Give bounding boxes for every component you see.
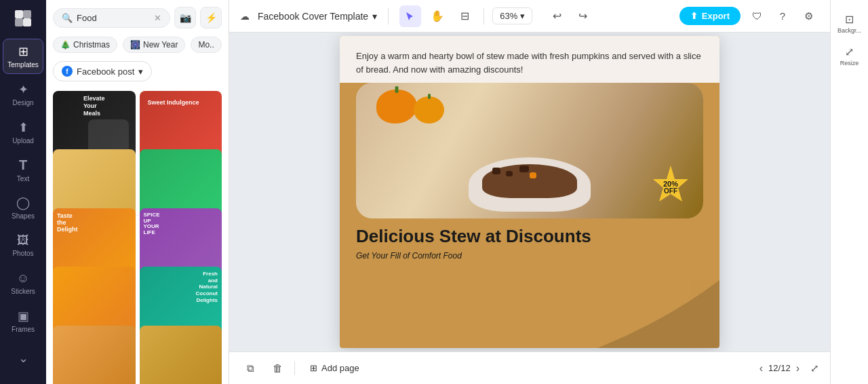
app-logo[interactable] xyxy=(12,8,34,28)
panel-tags: 🎄 Christmas 🎆 New Year Mo.. xyxy=(46,33,229,57)
photos-icon: 🖼 xyxy=(17,233,29,248)
svg-rect-1 xyxy=(23,10,31,18)
sidebar-item-templates[interactable]: ⊞ Templates xyxy=(3,39,43,74)
background-icon: ⊡ xyxy=(845,13,854,26)
main-area: ☁ Facebook Cover Template ▾ ✋ ⊟ 63% ▾ ↩ … xyxy=(229,0,830,384)
page-nav: ‹ 12/12 › ⤢ xyxy=(760,362,819,375)
facebook-icon: f xyxy=(62,66,73,77)
bottombar: ⧉ 🗑 ⊞ Add page ‹ 12/12 › ⤢ xyxy=(229,351,830,384)
next-page-btn[interactable]: › xyxy=(796,362,800,375)
frames-icon: ▣ xyxy=(18,309,29,324)
canvas-area: Enjoy a warm and hearty bowl of stew mad… xyxy=(229,33,830,351)
shapes-icon: ◯ xyxy=(16,195,30,210)
shield-btn[interactable]: 🛡 xyxy=(746,5,768,27)
templates-panel: 🔍 ✕ 📷 ⚡ 🎄 Christmas 🎆 New Year Mo.. f Fa… xyxy=(46,0,229,384)
topbar-divider xyxy=(388,8,389,24)
tag-christmas[interactable]: 🎄 Christmas xyxy=(53,37,117,53)
search-clear-icon[interactable]: ✕ xyxy=(154,13,161,23)
hand-tool-btn[interactable]: ✋ xyxy=(427,5,448,27)
canvas-bottom: Delicious Stew at Discounts Get Your Fil… xyxy=(340,218,719,271)
image-search-btn[interactable]: 📷 xyxy=(174,7,196,28)
title-chevron-icon: ▾ xyxy=(372,11,377,22)
delete-page-btn[interactable]: 🗑 xyxy=(267,358,288,379)
filter-options-btn[interactable]: ⚡ xyxy=(200,7,222,28)
sidebar-item-photos[interactable]: 🖼 Photos xyxy=(3,228,43,263)
stickers-icon: ☺ xyxy=(17,271,29,286)
search-box[interactable]: 🔍 ✕ xyxy=(53,8,170,28)
add-page-icon: ⊞ xyxy=(310,363,317,373)
cloud-save-icon[interactable]: ☁ xyxy=(240,11,250,22)
tag-new-year[interactable]: 🎆 New Year xyxy=(123,37,185,53)
topbar-right-icons: 🛡 ? ⚙ xyxy=(746,5,819,27)
category-filter-btn[interactable]: f Facebook post ▾ xyxy=(53,61,152,81)
text-icon: T xyxy=(19,157,27,173)
select-tool-btn[interactable] xyxy=(399,5,421,27)
chevron-down-icon: ⌄ xyxy=(18,351,28,366)
camera-icon: 📷 xyxy=(180,12,191,23)
prev-page-btn[interactable]: ‹ xyxy=(760,362,763,375)
filter-icon: ⚡ xyxy=(205,12,217,23)
layout-tool-btn[interactable]: ⊟ xyxy=(454,5,475,27)
panel-search-row: 🔍 ✕ 📷 ⚡ xyxy=(46,0,229,33)
search-icon: 🔍 xyxy=(62,13,73,23)
duplicate-page-btn[interactable]: ⧉ xyxy=(240,358,260,379)
discount-badge: 20% OFF xyxy=(649,164,692,208)
sidebar-item-frames[interactable]: ▣ Frames xyxy=(3,303,43,339)
svg-rect-3 xyxy=(23,18,31,26)
export-btn[interactable]: ⬆ Export xyxy=(679,7,741,25)
template-card[interactable] xyxy=(53,326,136,384)
document-title-btn[interactable]: Facebook Cover Template ▾ xyxy=(258,11,377,22)
canvas-wrapper: Enjoy a warm and hearty bowl of stew mad… xyxy=(340,36,719,348)
fullscreen-btn[interactable]: ⤢ xyxy=(810,362,819,375)
sidebar-collapse-btn[interactable]: ⌄ xyxy=(3,341,43,376)
canvas-header-text: Enjoy a warm and hearty bowl of stew mad… xyxy=(340,36,719,83)
settings-btn[interactable]: ⚙ xyxy=(797,5,819,27)
new-year-emoji: 🎆 xyxy=(130,40,140,50)
sidebar-item-design[interactable]: ✦ Design xyxy=(3,77,43,112)
canvas-main-title: Delicious Stew at Discounts xyxy=(356,227,703,247)
sidebar-item-shapes[interactable]: ◯ Shapes xyxy=(3,190,43,225)
tools-divider xyxy=(484,8,484,24)
sidebar: ⊞ Templates ✦ Design ⬆ Upload T Text ◯ S… xyxy=(0,0,46,384)
help-btn[interactable]: ? xyxy=(772,5,793,27)
canvas-sub-title: Get Your Fill of Comfort Food xyxy=(356,251,703,261)
zoom-selector[interactable]: 63% ▾ xyxy=(492,7,532,24)
export-icon: ⬆ xyxy=(690,11,698,21)
topbar: ☁ Facebook Cover Template ▾ ✋ ⊟ 63% ▾ ↩ … xyxy=(229,0,830,33)
topbar-tools: ✋ ⊟ 63% ▾ xyxy=(399,5,532,27)
sidebar-item-upload[interactable]: ⬆ Upload xyxy=(3,115,43,150)
design-icon: ✦ xyxy=(18,82,28,97)
canvas-image-area: 20% OFF xyxy=(356,83,703,218)
christmas-emoji: 🎄 xyxy=(60,40,71,50)
background-btn[interactable]: ⊡ Backgr... xyxy=(835,8,865,38)
sidebar-item-text[interactable]: T Text xyxy=(3,152,43,187)
badge-percentage: 20% xyxy=(663,180,678,188)
search-input[interactable] xyxy=(77,13,150,23)
zoom-chevron-icon: ▾ xyxy=(520,11,525,21)
add-page-btn[interactable]: ⊞ Add page xyxy=(302,360,368,376)
templates-icon: ⊞ xyxy=(18,44,28,59)
chevron-down-icon: ▾ xyxy=(138,66,143,77)
sidebar-item-stickers[interactable]: ☺ Stickers xyxy=(3,265,43,301)
template-card[interactable] xyxy=(140,326,222,384)
resize-btn[interactable]: ⤢ Resize xyxy=(835,41,865,71)
svg-rect-0 xyxy=(15,10,23,18)
undo-btn[interactable]: ↩ xyxy=(546,5,568,27)
panel-filter: f Facebook post ▾ xyxy=(46,57,229,87)
resize-icon: ⤢ xyxy=(845,45,854,58)
template-grid: ElevateYourMeals Sweet Indulgence Savor … xyxy=(46,87,229,384)
right-panel: ⊡ Backgr... ⤢ Resize xyxy=(830,0,868,384)
page-indicator: 12/12 xyxy=(768,363,791,373)
tag-more[interactable]: Mo.. xyxy=(191,37,221,53)
bottombar-divider xyxy=(294,362,295,375)
badge-off: OFF xyxy=(664,188,677,195)
canvas[interactable]: Enjoy a warm and hearty bowl of stew mad… xyxy=(340,36,719,348)
upload-icon: ⬆ xyxy=(18,120,28,135)
svg-rect-2 xyxy=(15,18,23,26)
redo-btn[interactable]: ↪ xyxy=(572,5,593,27)
